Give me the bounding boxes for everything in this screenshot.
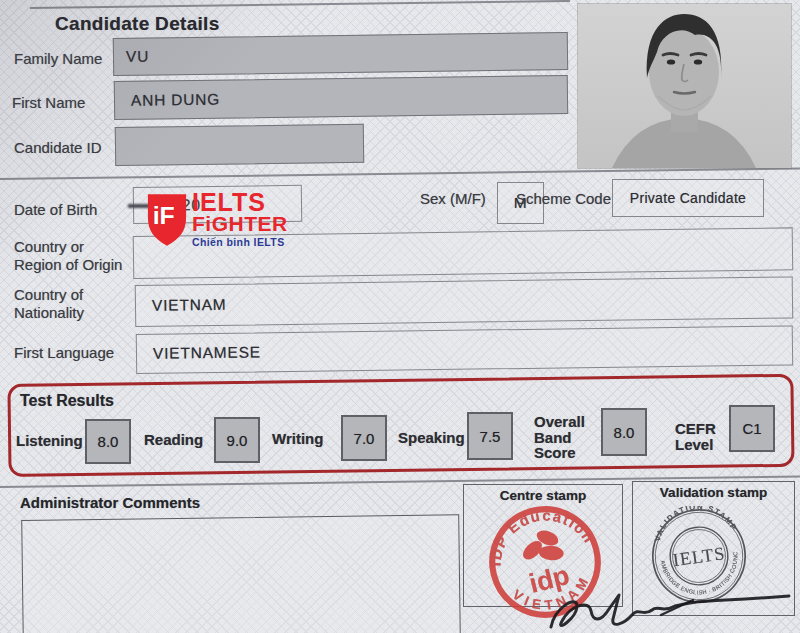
top-divider bbox=[30, 0, 570, 9]
candidate-photo bbox=[578, 4, 791, 168]
first-name-label: First Name bbox=[12, 94, 85, 112]
first-language-label: First Language bbox=[14, 344, 114, 362]
reading-score-box: 9.0 bbox=[214, 417, 260, 463]
validation-stamp-center-text: IELTS bbox=[672, 543, 727, 570]
country-of-origin-label: Country or Region of Origin bbox=[14, 238, 134, 274]
ielts-test-report-form-photo: Candidate Details Family Name VU First N… bbox=[0, 0, 800, 633]
country-of-nationality-label: Country of Nationality bbox=[14, 286, 114, 322]
test-results-title: Test Results bbox=[20, 392, 114, 410]
logo-monogram: iF bbox=[153, 202, 175, 229]
administrator-comments-field bbox=[21, 514, 461, 633]
logo-tagline: Chiến binh IELTS bbox=[192, 236, 288, 248]
sex-label: Sex (M/F) bbox=[420, 190, 486, 208]
reading-label: Reading bbox=[144, 432, 203, 448]
speaking-score: 7.5 bbox=[480, 428, 501, 445]
candidate-id-label: Candidate ID bbox=[14, 139, 102, 157]
listening-score: 8.0 bbox=[98, 433, 119, 450]
writing-score: 7.0 bbox=[354, 430, 375, 447]
writing-label: Writing bbox=[272, 431, 323, 447]
cefr-level-label: CEFR Level bbox=[675, 421, 727, 452]
first-name-field: ANH DUNG bbox=[114, 75, 568, 120]
scheme-code-label: Scheme Code bbox=[516, 190, 611, 208]
country-of-nationality-value: VIETNAM bbox=[152, 296, 227, 315]
writing-score-box: 7.0 bbox=[341, 415, 387, 461]
family-name-value: VU bbox=[126, 48, 149, 66]
country-of-nationality-field: VIETNAM bbox=[135, 276, 793, 327]
first-language-value: VIETNAMESE bbox=[153, 343, 261, 362]
cefr-level: C1 bbox=[742, 420, 761, 437]
svg-text:VALIDATION STAMP: VALIDATION STAMP bbox=[649, 506, 739, 543]
overall-band-score: 8.0 bbox=[614, 424, 635, 441]
ielts-fighter-logo-icon: iF bbox=[146, 192, 188, 248]
first-name-value: ANH DUNG bbox=[131, 90, 220, 109]
speaking-score-box: 7.5 bbox=[467, 412, 513, 460]
candidate-details-title: Candidate Details bbox=[55, 13, 220, 35]
date-of-birth-label: Date of Birth bbox=[14, 201, 97, 219]
first-language-field: VIETNAMESE bbox=[136, 325, 793, 374]
ielts-fighter-watermark: iF IELTS FiGHTER Chiến binh IELTS bbox=[146, 192, 288, 248]
family-name-label: Family Name bbox=[14, 50, 102, 68]
scheme-code-field: Private Candidate bbox=[612, 179, 764, 217]
family-name-field: VU bbox=[113, 32, 568, 76]
overall-band-score-label: Overall Band Score bbox=[534, 414, 594, 461]
validation-stamp-arc-top: VALIDATION STAMP bbox=[649, 506, 739, 543]
candidate-id-field bbox=[115, 124, 364, 166]
listening-label: Listening bbox=[16, 433, 83, 449]
reading-score: 9.0 bbox=[227, 432, 248, 449]
overall-band-score-box: 8.0 bbox=[601, 408, 647, 456]
signature bbox=[543, 591, 795, 633]
validation-stamp-title: Validation stamp bbox=[633, 485, 794, 500]
cefr-level-box: C1 bbox=[729, 405, 775, 452]
listening-score-box: 8.0 bbox=[85, 419, 131, 464]
speaking-label: Speaking bbox=[398, 430, 465, 446]
scheme-code-value: Private Candidate bbox=[630, 190, 746, 206]
logo-brand-line2: FiGHTER bbox=[192, 213, 288, 234]
administrator-comments-title: Administrator Comments bbox=[20, 494, 200, 511]
logo-brand-line1: IELTS bbox=[192, 192, 288, 213]
